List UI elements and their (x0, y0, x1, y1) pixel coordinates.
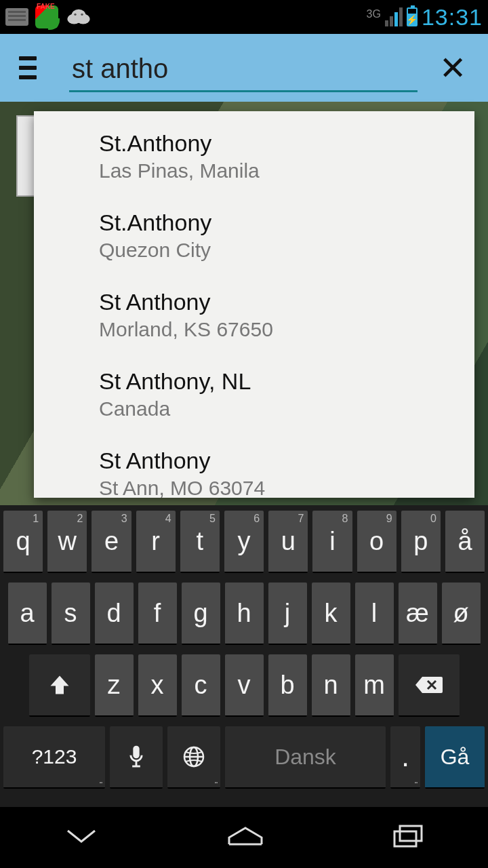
key-q[interactable]: q1 (3, 511, 43, 573)
key-p[interactable]: p0 (401, 511, 441, 573)
suggestion-title: St Anthony (99, 448, 474, 474)
key-h[interactable]: h (225, 583, 264, 645)
key-z[interactable]: z (95, 654, 134, 717)
svg-point-3 (74, 14, 76, 16)
network-type-label: 3G (367, 8, 381, 20)
key-s[interactable]: s (52, 583, 90, 645)
battery-charging-icon: ⚡ (407, 7, 418, 26)
menu-icon[interactable] (19, 56, 37, 79)
key-ø[interactable]: ø (442, 583, 481, 645)
suggestion-list: St.Anthony Las Pinas, Manila St.Anthony … (34, 111, 474, 498)
android-debug-icon (65, 6, 92, 28)
svg-rect-12 (394, 831, 416, 846)
key-row: ?123... ... Dansk .... Gå (3, 726, 485, 789)
back-button[interactable] (35, 817, 127, 858)
suggestion-item[interactable]: St Anthony, NL Canada (34, 355, 474, 434)
close-icon[interactable]: ✕ (434, 43, 472, 92)
key-a[interactable]: a (8, 583, 47, 645)
mic-key[interactable] (110, 726, 163, 789)
soft-keyboard: q1w2e3r4t5y6u7i8o9p0å asdfghjklæø zxcvbn… (0, 505, 488, 807)
period-key[interactable]: .... (390, 726, 420, 789)
key-row: asdfghjklæø (3, 583, 485, 645)
suggestion-subtitle: Las Pinas, Manila (99, 159, 474, 182)
key-u[interactable]: u7 (268, 511, 308, 573)
key-m[interactable]: m (355, 654, 394, 717)
key-n[interactable]: n (312, 654, 350, 717)
svg-point-4 (81, 14, 83, 16)
key-k[interactable]: k (312, 583, 350, 645)
key-g[interactable]: g (182, 583, 220, 645)
space-key[interactable]: Dansk (225, 726, 386, 789)
shift-key[interactable] (29, 654, 90, 717)
status-bar: FAKE 3G ⚡ 13:31 (0, 0, 488, 34)
key-å[interactable]: å (445, 511, 485, 573)
key-x[interactable]: x (138, 654, 177, 717)
key-row: zxcvbnm (3, 654, 485, 717)
clock: 13:31 (422, 4, 483, 31)
key-y[interactable]: y6 (224, 511, 264, 573)
search-bar: ✕ (0, 34, 488, 102)
key-i[interactable]: i8 (312, 511, 352, 573)
suggestion-title: St.Anthony (99, 210, 474, 236)
language-key[interactable]: ... (167, 726, 220, 789)
suggestion-item[interactable]: St Anthony St Ann, MO 63074 (34, 434, 474, 498)
key-v[interactable]: v (225, 654, 264, 717)
suggestion-title: St Anthony, NL (99, 368, 474, 395)
key-o[interactable]: o9 (357, 511, 396, 573)
suggestion-item[interactable]: St.Anthony Las Pinas, Manila (34, 117, 474, 196)
key-j[interactable]: j (268, 583, 307, 645)
key-c[interactable]: c (182, 654, 220, 717)
key-æ[interactable]: æ (399, 583, 437, 645)
key-w[interactable]: w2 (47, 511, 87, 573)
keyboard-status-icon (5, 8, 28, 26)
suggestion-subtitle: Quezon City (99, 239, 474, 262)
svg-rect-13 (400, 826, 422, 841)
suggestion-item[interactable]: St Anthony Morland, KS 67650 (34, 275, 474, 355)
home-button[interactable] (198, 817, 293, 858)
search-input[interactable] (69, 43, 418, 92)
suggestion-subtitle: Canada (99, 397, 474, 420)
key-d[interactable]: d (95, 583, 134, 645)
svg-rect-5 (133, 746, 139, 759)
signal-icon (385, 7, 403, 26)
key-r[interactable]: r4 (136, 511, 176, 573)
symbols-key[interactable]: ?123... (3, 726, 105, 789)
key-e[interactable]: e3 (92, 511, 131, 573)
key-b[interactable]: b (268, 654, 307, 717)
gps-mock-icon: FAKE (35, 5, 58, 28)
suggestion-item[interactable]: St.Anthony Quezon City (34, 196, 474, 275)
key-t[interactable]: t5 (180, 511, 220, 573)
suggestion-subtitle: Morland, KS 67650 (99, 318, 474, 341)
backspace-key[interactable] (399, 654, 460, 717)
suggestion-title: St Anthony (99, 289, 474, 315)
recent-apps-button[interactable] (363, 816, 453, 859)
suggestion-title: St.Anthony (99, 130, 474, 157)
key-f[interactable]: f (138, 583, 177, 645)
key-row: q1w2e3r4t5y6u7i8o9p0å (3, 511, 485, 573)
enter-key[interactable]: Gå (425, 726, 485, 789)
suggestion-subtitle: St Ann, MO 63074 (99, 477, 474, 498)
system-nav-bar (0, 807, 488, 868)
svg-point-2 (71, 9, 86, 22)
key-l[interactable]: l (355, 583, 394, 645)
